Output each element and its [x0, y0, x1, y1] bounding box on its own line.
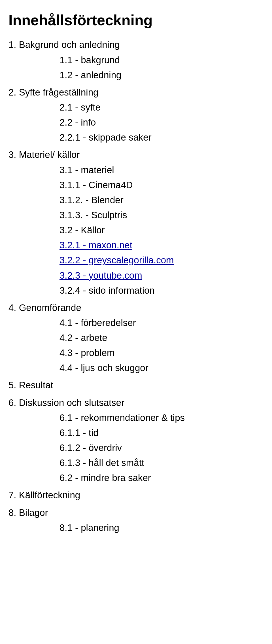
toc-item-3.2.2[interactable]: 3.2.2 - greyscalegorilla.com	[8, 253, 264, 267]
toc-item-1.2: 1.2 - anledning	[8, 68, 264, 82]
toc-item-8.1: 8.1 - planering	[8, 520, 264, 535]
toc-item-6.1: 6.1 - rekommendationer & tips	[8, 410, 264, 425]
toc-item-6: 6. Diskussion och slutsatser	[8, 395, 264, 410]
toc-item-6.1.3: 6.1.3 - håll det smått	[8, 456, 264, 470]
toc-item-3.2.4: 3.2.4 - sido information	[8, 283, 264, 298]
toc-item-8: 8. Bilagor	[8, 505, 264, 520]
toc-heading: Innehållsförteckning	[8, 11, 264, 29]
toc-link-3.2.3[interactable]: 3.2.3 - youtube.com	[60, 270, 142, 281]
toc-item-4: 4. Genomförande	[8, 300, 264, 315]
toc-item-3.1.3: 3.1.3. - Sculptris	[8, 208, 264, 222]
toc-item-3.2.3[interactable]: 3.2.3 - youtube.com	[8, 268, 264, 283]
toc-item-7: 7. Källförteckning	[8, 488, 264, 502]
toc-link-3.2.1[interactable]: 3.2.1 - maxon.net	[60, 240, 132, 250]
toc-item-3.1.2: 3.1.2. - Blender	[8, 193, 264, 207]
toc-item-4.4: 4.4 - ljus och skuggor	[8, 361, 264, 375]
toc-item-3.1: 3.1 - materiel	[8, 163, 264, 177]
toc-list: 1. Bakgrund och anledning1.1 - bakgrund1…	[8, 37, 264, 535]
toc-item-3: 3. Materiel/ källor	[8, 147, 264, 162]
toc-item-2.2.1: 2.2.1 - skippade saker	[8, 130, 264, 145]
toc-item-4.3: 4.3 - problem	[8, 346, 264, 360]
toc-item-6.2: 6.2 - mindre bra saker	[8, 471, 264, 485]
toc-link-3.2.2[interactable]: 3.2.2 - greyscalegorilla.com	[60, 255, 174, 265]
toc-item-4.1: 4.1 - förberedelser	[8, 315, 264, 330]
toc-item-2.2: 2.2 - info	[8, 115, 264, 130]
toc-item-1: 1. Bakgrund och anledning	[8, 37, 264, 52]
toc-item-6.1.1: 6.1.1 - tid	[8, 425, 264, 440]
toc-item-2.1: 2.1 - syfte	[8, 100, 264, 115]
toc-item-3.2.1[interactable]: 3.2.1 - maxon.net	[8, 238, 264, 252]
toc-item-1.1: 1.1 - bakgrund	[8, 53, 264, 67]
toc-item-3.2: 3.2 - Källor	[8, 223, 264, 237]
toc-item-2: 2. Syfte frågeställning	[8, 85, 264, 99]
toc-item-4.2: 4.2 - arbete	[8, 331, 264, 345]
toc-item-5: 5. Resultat	[8, 378, 264, 392]
toc-item-3.1.1: 3.1.1 - Cinema4D	[8, 178, 264, 192]
toc-item-6.1.2: 6.1.2 - överdriv	[8, 440, 264, 455]
